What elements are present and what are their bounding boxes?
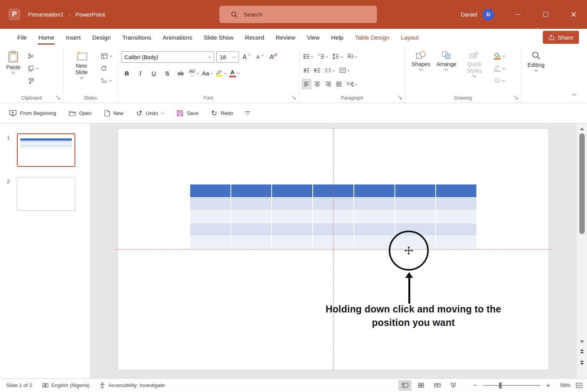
align-center-button[interactable] <box>313 80 322 89</box>
tab-transitions[interactable]: Transitions <box>116 29 157 46</box>
increase-indent-button[interactable] <box>313 66 322 75</box>
table-body-cell[interactable] <box>436 198 476 210</box>
italic-button[interactable]: I <box>134 68 146 79</box>
tab-layout[interactable]: Layout <box>395 29 424 46</box>
font-size-select[interactable]: 18 <box>216 51 239 63</box>
convert-smartart-button[interactable] <box>345 80 358 89</box>
normal-view-button[interactable] <box>398 380 411 391</box>
text-direction-button[interactable] <box>346 52 358 61</box>
zoom-level[interactable]: 59% <box>555 382 570 388</box>
table-header-cell[interactable] <box>272 184 312 197</box>
slide-layout-button[interactable] <box>99 51 114 61</box>
table-body-cell[interactable] <box>190 236 230 249</box>
table-header-cell[interactable] <box>354 184 395 197</box>
open-button[interactable]: Open <box>69 110 92 116</box>
copy-button[interactable] <box>27 63 40 73</box>
slide-thumbnail-2[interactable] <box>17 177 75 211</box>
table-header-cell[interactable] <box>190 184 230 197</box>
columns-button[interactable] <box>324 66 336 75</box>
table-body-cell[interactable] <box>231 210 272 223</box>
paragraph-dialog-launcher[interactable] <box>398 96 402 100</box>
scrollbar-thumb[interactable] <box>579 133 585 234</box>
from-beginning-button[interactable]: From Beginning <box>9 110 56 116</box>
search-box[interactable] <box>219 6 377 23</box>
scroll-down-button[interactable] <box>577 338 587 345</box>
table-body-cell[interactable] <box>354 210 395 223</box>
font-name-select[interactable]: Calibri (Body) <box>121 51 214 63</box>
bullets-button[interactable] <box>302 52 315 61</box>
table-body-cell[interactable] <box>231 236 272 249</box>
maximize-button[interactable] <box>535 0 556 29</box>
cut-button[interactable] <box>27 51 40 61</box>
slide-indicator[interactable]: Slide 1 of 2 <box>6 382 32 388</box>
underline-button[interactable]: U <box>148 68 159 79</box>
align-text-button[interactable] <box>338 66 351 75</box>
scroll-up-button[interactable] <box>577 125 587 133</box>
new-button[interactable]: New <box>104 110 124 116</box>
reading-view-button[interactable] <box>431 380 444 391</box>
table-header-cell[interactable] <box>231 184 272 197</box>
table-header-cell[interactable] <box>395 184 436 197</box>
undo-button[interactable]: ↺ Undo <box>136 110 164 117</box>
user-name[interactable]: Daniel <box>461 11 477 18</box>
align-left-button[interactable] <box>302 80 311 89</box>
line-spacing-button[interactable] <box>332 52 344 61</box>
language-indicator[interactable]: English (Nigeria) <box>51 382 90 388</box>
table-body-cell[interactable] <box>190 210 230 223</box>
table-body-cell[interactable] <box>190 198 230 210</box>
customize-toolbar-button[interactable] <box>245 111 250 115</box>
powerpoint-logo-icon[interactable]: P <box>8 8 20 20</box>
tab-view[interactable]: View <box>301 29 325 46</box>
table-body-cell[interactable] <box>272 236 312 249</box>
font-dialog-launcher[interactable] <box>292 96 296 100</box>
align-right-button[interactable] <box>324 80 332 89</box>
decrease-indent-button[interactable] <box>302 66 311 75</box>
numbering-button[interactable] <box>317 52 329 61</box>
tab-file[interactable]: File <box>12 29 33 46</box>
vertical-scrollbar[interactable] <box>577 123 587 378</box>
table-body-cell[interactable] <box>231 223 272 236</box>
save-button[interactable]: Save <box>177 110 198 116</box>
share-button[interactable]: Share <box>543 31 579 44</box>
shape-outline-button[interactable] <box>492 63 507 73</box>
close-button[interactable] <box>562 0 584 29</box>
format-painter-button[interactable] <box>27 76 40 85</box>
spell-check-icon[interactable] <box>42 383 48 388</box>
user-avatar[interactable]: D <box>483 9 494 20</box>
table-header-cell[interactable] <box>436 184 476 197</box>
previous-slide-button[interactable] <box>577 348 587 355</box>
table-body-cell[interactable] <box>395 198 436 210</box>
tab-animations[interactable]: Animations <box>157 29 198 46</box>
decrease-font-size-button[interactable]: A <box>254 51 266 63</box>
strikethrough-button[interactable]: ab <box>175 68 186 79</box>
table-body-cell[interactable] <box>272 223 312 236</box>
next-slide-button[interactable] <box>577 359 587 366</box>
zoom-in-button[interactable]: + <box>544 382 552 389</box>
increase-font-size-button[interactable]: A <box>241 51 252 63</box>
tab-home[interactable]: Home <box>33 29 60 46</box>
table-body-cell[interactable] <box>190 223 230 236</box>
tab-help[interactable]: Help <box>325 29 349 46</box>
section-button[interactable] <box>99 76 114 85</box>
table-body-cell[interactable] <box>272 198 312 210</box>
table-body-cell[interactable] <box>231 198 272 210</box>
clear-formatting-button[interactable]: A <box>268 51 279 63</box>
drawing-dialog-launcher[interactable] <box>514 96 518 100</box>
text-shadow-button[interactable]: S <box>161 68 173 79</box>
slide-sorter-view-button[interactable] <box>415 380 428 391</box>
collapse-ribbon-button[interactable] <box>573 91 575 98</box>
character-spacing-button[interactable]: AV ↔ <box>188 68 200 79</box>
zoom-slider-thumb[interactable] <box>499 382 502 389</box>
zoom-slider[interactable] <box>483 382 541 389</box>
justify-button[interactable] <box>335 80 343 89</box>
change-case-button[interactable]: Aa <box>202 68 213 79</box>
accessibility-status[interactable]: Accessibility: Investigate <box>108 382 164 388</box>
clipboard-dialog-launcher[interactable] <box>56 96 60 100</box>
table-body-cell[interactable] <box>436 210 476 223</box>
arrange-button[interactable]: Arrange <box>433 50 459 70</box>
table-body-cell[interactable] <box>272 210 312 223</box>
shape-effects-button[interactable] <box>492 76 507 85</box>
minimize-button[interactable] <box>507 0 529 29</box>
quick-styles-button[interactable]: Quick Styles <box>459 50 489 77</box>
tab-review[interactable]: Review <box>270 29 301 46</box>
